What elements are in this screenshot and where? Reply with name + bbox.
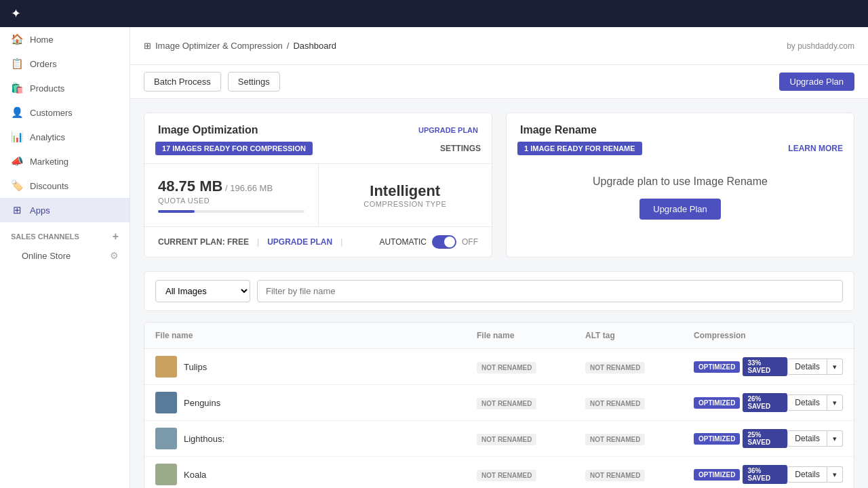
add-sales-channel-button[interactable]: + — [113, 230, 119, 243]
settings-button[interactable]: Settings — [228, 72, 280, 92]
optimized-badge: OPTIMIZED — [694, 361, 740, 373]
quota-used: 48.75 MB — [158, 178, 222, 195]
details-button[interactable]: Details — [787, 430, 827, 447]
home-icon: 🏠 — [11, 33, 23, 45]
compression-badges: OPTIMIZED 26% SAVED — [694, 393, 787, 412]
file-thumbnail — [155, 428, 177, 449]
sidebar-label-customers: Customers — [30, 108, 73, 118]
details-button[interactable]: Details — [787, 359, 827, 375]
file-thumbnail — [155, 356, 177, 378]
col-header-filename: File name — [155, 331, 477, 340]
compression-badges: OPTIMIZED 36% SAVED — [694, 465, 787, 484]
sidebar-item-discounts[interactable]: 🏷️Discounts — [0, 174, 130, 198]
optimization-footer: CURRENT PLAN: FREE | UPGRADE PLAN | AUTO… — [144, 226, 492, 257]
details-dropdown-button[interactable]: ▾ — [827, 394, 843, 411]
quota-label: QUOTA USED — [158, 197, 304, 205]
filter-row: All ImagesOptimizedNot Optimized — [144, 271, 854, 311]
saved-badge: 33% SAVED — [743, 357, 787, 376]
alt-tag-badge: NOT RENAMED — [585, 398, 645, 409]
file-cell: Koala — [155, 464, 477, 485]
toggle-knob — [444, 237, 455, 247]
details-dropdown-button[interactable]: ▾ — [827, 430, 843, 447]
main-content: ⊞ Image Optimizer & Compression / Dashbo… — [130, 27, 868, 488]
apps-icon: ⊞ — [144, 41, 151, 51]
footer-divider2: | — [340, 237, 342, 247]
breadcrumb-current: Dashboard — [293, 41, 336, 51]
automatic-toggle[interactable] — [432, 235, 456, 249]
details-button[interactable]: Details — [787, 466, 827, 483]
action-buttons: Details ▾ — [787, 466, 843, 483]
sidebar-label-marketing: Marketing — [30, 157, 68, 167]
alt-tag-cell: NOT RENAMED — [585, 362, 694, 372]
optimization-upgrade-link[interactable]: UPGRADE PLAN — [418, 126, 478, 134]
rename-badge: NOT RENAMED — [477, 434, 536, 445]
sidebar-item-marketing[interactable]: 📣Marketing — [0, 149, 130, 174]
details-button[interactable]: Details — [787, 394, 827, 411]
rename-badge-cell: NOT RENAMED — [477, 434, 585, 444]
content-header: ⊞ Image Optimizer & Compression / Dashbo… — [130, 27, 868, 65]
alt-tag-cell: NOT RENAMED — [585, 470, 694, 480]
batch-process-button[interactable]: Batch Process — [144, 72, 221, 92]
sidebar: 🏠Home📋Orders🛍️Products👤Customers📊Analyti… — [0, 27, 130, 488]
details-dropdown-button[interactable]: ▾ — [827, 359, 843, 375]
quota-progress-bar — [158, 210, 304, 213]
file-thumbnail — [155, 464, 177, 485]
learn-more-link[interactable]: LEARN MORE — [788, 144, 843, 153]
sidebar-label-analytics: Analytics — [30, 132, 65, 142]
quota-progress-fill — [158, 210, 195, 213]
sidebar-item-home[interactable]: 🏠Home — [0, 27, 130, 52]
sidebar-item-orders[interactable]: 📋Orders — [0, 52, 130, 76]
details-dropdown-button[interactable]: ▾ — [827, 466, 843, 483]
file-name: Penguins — [184, 398, 220, 408]
image-optimization-card: Image Optimization UPGRADE PLAN 17 IMAGE… — [144, 113, 492, 258]
rename-upgrade-button[interactable]: Upgrade Plan — [639, 199, 721, 220]
sidebar-item-analytics[interactable]: 📊Analytics — [0, 125, 130, 149]
rename-badge: NOT RENAMED — [477, 398, 536, 409]
footer-divider: | — [257, 237, 259, 247]
sidebar-label-orders: Orders — [30, 59, 57, 69]
current-plan-text: CURRENT PLAN: FREE — [158, 237, 249, 247]
toolbar: Batch Process Settings Upgrade Plan — [130, 65, 868, 99]
saved-badge: 25% SAVED — [743, 429, 787, 448]
products-icon: 🛍️ — [11, 82, 23, 94]
saved-badge: 36% SAVED — [743, 465, 787, 484]
alt-tag-badge: NOT RENAMED — [585, 470, 645, 481]
upgrade-plan-header-button[interactable]: Upgrade Plan — [779, 73, 855, 91]
breadcrumb-separator: / — [287, 41, 290, 51]
breadcrumb: ⊞ Image Optimizer & Compression / Dashbo… — [144, 41, 336, 51]
upgrade-plan-footer-link[interactable]: UPGRADE PLAN — [267, 237, 332, 247]
optimization-settings-link[interactable]: SETTINGS — [440, 144, 481, 153]
apps-icon: ⊞ — [11, 204, 23, 216]
saved-badge: 26% SAVED — [743, 393, 787, 412]
optimization-banner: 17 IMAGES READY FOR COMPRESSION — [155, 142, 313, 155]
rename-card-header: Image Rename — [507, 113, 854, 136]
compression-cell: OPTIMIZED 33% SAVED Details ▾ — [694, 357, 843, 376]
image-filter-select[interactable]: All ImagesOptimizedNot Optimized — [155, 280, 250, 302]
file-cell: Penguins — [155, 392, 477, 413]
file-cell: Tulips — [155, 356, 477, 378]
filter-input[interactable] — [257, 280, 843, 302]
sidebar-item-products[interactable]: 🛍️Products — [0, 76, 130, 100]
action-buttons: Details ▾ — [787, 359, 843, 375]
sidebar-label-discounts: Discounts — [30, 181, 68, 191]
sidebar-item-apps[interactable]: ⊞Apps — [0, 198, 130, 222]
automatic-toggle-row: AUTOMATIC OFF — [379, 235, 478, 249]
sidebar-label-apps: Apps — [30, 205, 50, 216]
col-header-rename: File name — [477, 331, 585, 340]
by-text: by pushdaddy.com — [787, 41, 854, 51]
sidebar-label-online-store: Online Store — [22, 251, 71, 261]
file-name: Koala — [184, 470, 206, 480]
sidebar-item-online-store[interactable]: Online Store⚙ — [0, 245, 130, 266]
sidebar-item-customers[interactable]: 👤Customers — [0, 100, 130, 125]
analytics-icon: 📊 — [11, 131, 23, 143]
compression-cell: OPTIMIZED 25% SAVED Details ▾ — [694, 429, 843, 448]
file-cell: Lighthous: — [155, 428, 477, 449]
compression-stat: Intelligent COMPRESSION TYPE — [319, 164, 492, 226]
discounts-icon: 🏷️ — [11, 180, 23, 192]
off-label: OFF — [462, 237, 478, 247]
compression-badges: OPTIMIZED 33% SAVED — [694, 357, 787, 376]
settings-icon: ⚙ — [110, 250, 119, 261]
compression-type: Intelligent — [370, 182, 440, 200]
breadcrumb-app-name: Image Optimizer & Compression — [155, 41, 283, 51]
table-header: File nameFile nameALT tagCompression — [144, 323, 854, 349]
